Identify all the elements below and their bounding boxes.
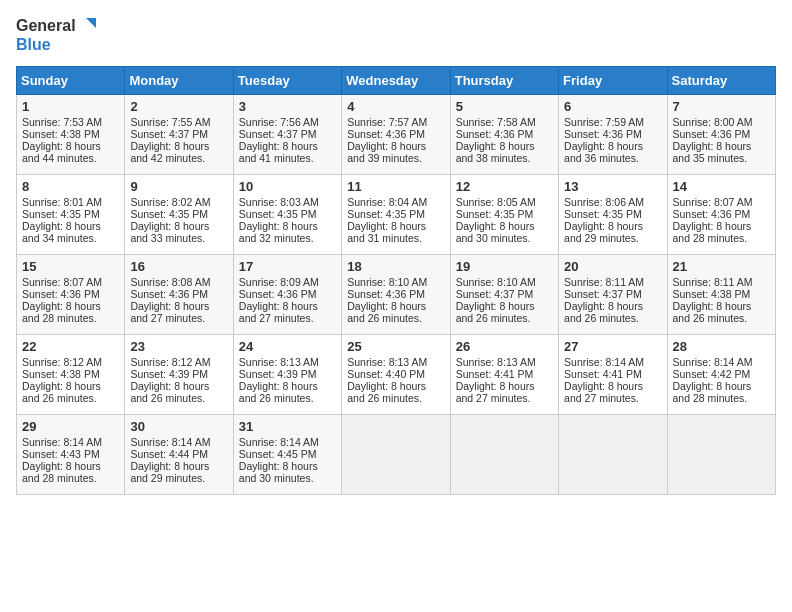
logo: General Blue — [16, 16, 98, 54]
weekday-header: Saturday — [667, 67, 775, 95]
sunset-text: Sunset: 4:36 PM — [456, 128, 534, 140]
sunset-text: Sunset: 4:38 PM — [673, 288, 751, 300]
calendar-day-cell — [450, 415, 558, 495]
calendar-day-cell: 21Sunrise: 8:11 AMSunset: 4:38 PMDayligh… — [667, 255, 775, 335]
calendar-day-cell: 15Sunrise: 8:07 AMSunset: 4:36 PMDayligh… — [17, 255, 125, 335]
calendar-day-cell: 27Sunrise: 8:14 AMSunset: 4:41 PMDayligh… — [559, 335, 667, 415]
daylight-text: Daylight: 8 hours and 26 minutes. — [22, 380, 101, 404]
sunrise-text: Sunrise: 8:04 AM — [347, 196, 427, 208]
daylight-text: Daylight: 8 hours and 27 minutes. — [564, 380, 643, 404]
sunset-text: Sunset: 4:43 PM — [22, 448, 100, 460]
sunrise-text: Sunrise: 8:12 AM — [130, 356, 210, 368]
calendar-day-cell: 4Sunrise: 7:57 AMSunset: 4:36 PMDaylight… — [342, 95, 450, 175]
sunset-text: Sunset: 4:35 PM — [347, 208, 425, 220]
sunrise-text: Sunrise: 8:14 AM — [130, 436, 210, 448]
weekday-header: Thursday — [450, 67, 558, 95]
sunrise-text: Sunrise: 7:58 AM — [456, 116, 536, 128]
sunset-text: Sunset: 4:39 PM — [239, 368, 317, 380]
sunrise-text: Sunrise: 8:01 AM — [22, 196, 102, 208]
sunrise-text: Sunrise: 8:09 AM — [239, 276, 319, 288]
sunset-text: Sunset: 4:35 PM — [456, 208, 534, 220]
daylight-text: Daylight: 8 hours and 30 minutes. — [456, 220, 535, 244]
daylight-text: Daylight: 8 hours and 42 minutes. — [130, 140, 209, 164]
calendar-day-cell: 26Sunrise: 8:13 AMSunset: 4:41 PMDayligh… — [450, 335, 558, 415]
weekday-header: Sunday — [17, 67, 125, 95]
day-number: 14 — [673, 179, 770, 194]
day-number: 15 — [22, 259, 119, 274]
weekday-header: Friday — [559, 67, 667, 95]
sunset-text: Sunset: 4:41 PM — [564, 368, 642, 380]
calendar-day-cell: 2Sunrise: 7:55 AMSunset: 4:37 PMDaylight… — [125, 95, 233, 175]
daylight-text: Daylight: 8 hours and 38 minutes. — [456, 140, 535, 164]
sunset-text: Sunset: 4:35 PM — [130, 208, 208, 220]
calendar-day-cell: 22Sunrise: 8:12 AMSunset: 4:38 PMDayligh… — [17, 335, 125, 415]
sunset-text: Sunset: 4:35 PM — [239, 208, 317, 220]
calendar-day-cell — [342, 415, 450, 495]
sunrise-text: Sunrise: 8:12 AM — [22, 356, 102, 368]
sunrise-text: Sunrise: 7:56 AM — [239, 116, 319, 128]
sunset-text: Sunset: 4:36 PM — [347, 288, 425, 300]
calendar-day-cell: 6Sunrise: 7:59 AMSunset: 4:36 PMDaylight… — [559, 95, 667, 175]
daylight-text: Daylight: 8 hours and 26 minutes. — [347, 300, 426, 324]
sunrise-text: Sunrise: 8:13 AM — [347, 356, 427, 368]
sunset-text: Sunset: 4:41 PM — [456, 368, 534, 380]
daylight-text: Daylight: 8 hours and 29 minutes. — [130, 460, 209, 484]
sunset-text: Sunset: 4:37 PM — [130, 128, 208, 140]
day-number: 10 — [239, 179, 336, 194]
day-number: 7 — [673, 99, 770, 114]
logo-general: General — [16, 17, 76, 35]
calendar-day-cell: 29Sunrise: 8:14 AMSunset: 4:43 PMDayligh… — [17, 415, 125, 495]
sunrise-text: Sunrise: 8:05 AM — [456, 196, 536, 208]
daylight-text: Daylight: 8 hours and 34 minutes. — [22, 220, 101, 244]
calendar-week-row: 15Sunrise: 8:07 AMSunset: 4:36 PMDayligh… — [17, 255, 776, 335]
day-number: 17 — [239, 259, 336, 274]
daylight-text: Daylight: 8 hours and 36 minutes. — [564, 140, 643, 164]
day-number: 8 — [22, 179, 119, 194]
sunset-text: Sunset: 4:36 PM — [673, 128, 751, 140]
daylight-text: Daylight: 8 hours and 26 minutes. — [456, 300, 535, 324]
sunset-text: Sunset: 4:38 PM — [22, 368, 100, 380]
sunrise-text: Sunrise: 8:00 AM — [673, 116, 753, 128]
day-number: 31 — [239, 419, 336, 434]
daylight-text: Daylight: 8 hours and 28 minutes. — [673, 220, 752, 244]
calendar-week-row: 1Sunrise: 7:53 AMSunset: 4:38 PMDaylight… — [17, 95, 776, 175]
calendar-day-cell: 7Sunrise: 8:00 AMSunset: 4:36 PMDaylight… — [667, 95, 775, 175]
calendar-day-cell: 20Sunrise: 8:11 AMSunset: 4:37 PMDayligh… — [559, 255, 667, 335]
sunset-text: Sunset: 4:44 PM — [130, 448, 208, 460]
sunset-text: Sunset: 4:36 PM — [673, 208, 751, 220]
sunset-text: Sunset: 4:36 PM — [564, 128, 642, 140]
sunrise-text: Sunrise: 8:10 AM — [347, 276, 427, 288]
day-number: 6 — [564, 99, 661, 114]
calendar-day-cell: 3Sunrise: 7:56 AMSunset: 4:37 PMDaylight… — [233, 95, 341, 175]
logo-triangle-icon — [78, 16, 98, 36]
calendar-day-cell: 13Sunrise: 8:06 AMSunset: 4:35 PMDayligh… — [559, 175, 667, 255]
calendar-week-row: 8Sunrise: 8:01 AMSunset: 4:35 PMDaylight… — [17, 175, 776, 255]
weekday-header: Tuesday — [233, 67, 341, 95]
daylight-text: Daylight: 8 hours and 26 minutes. — [239, 380, 318, 404]
day-number: 27 — [564, 339, 661, 354]
sunrise-text: Sunrise: 8:03 AM — [239, 196, 319, 208]
day-number: 2 — [130, 99, 227, 114]
day-number: 25 — [347, 339, 444, 354]
sunset-text: Sunset: 4:37 PM — [564, 288, 642, 300]
day-number: 24 — [239, 339, 336, 354]
sunrise-text: Sunrise: 8:06 AM — [564, 196, 644, 208]
calendar-day-cell: 16Sunrise: 8:08 AMSunset: 4:36 PMDayligh… — [125, 255, 233, 335]
weekday-header-row: SundayMondayTuesdayWednesdayThursdayFrid… — [17, 67, 776, 95]
sunrise-text: Sunrise: 7:55 AM — [130, 116, 210, 128]
daylight-text: Daylight: 8 hours and 27 minutes. — [130, 300, 209, 324]
day-number: 4 — [347, 99, 444, 114]
daylight-text: Daylight: 8 hours and 31 minutes. — [347, 220, 426, 244]
weekday-header: Monday — [125, 67, 233, 95]
sunrise-text: Sunrise: 8:14 AM — [239, 436, 319, 448]
calendar-week-row: 29Sunrise: 8:14 AMSunset: 4:43 PMDayligh… — [17, 415, 776, 495]
day-number: 5 — [456, 99, 553, 114]
daylight-text: Daylight: 8 hours and 28 minutes. — [22, 300, 101, 324]
calendar-week-row: 22Sunrise: 8:12 AMSunset: 4:38 PMDayligh… — [17, 335, 776, 415]
daylight-text: Daylight: 8 hours and 26 minutes. — [673, 300, 752, 324]
calendar-day-cell: 9Sunrise: 8:02 AMSunset: 4:35 PMDaylight… — [125, 175, 233, 255]
sunset-text: Sunset: 4:35 PM — [22, 208, 100, 220]
daylight-text: Daylight: 8 hours and 44 minutes. — [22, 140, 101, 164]
calendar-day-cell: 10Sunrise: 8:03 AMSunset: 4:35 PMDayligh… — [233, 175, 341, 255]
sunrise-text: Sunrise: 8:13 AM — [456, 356, 536, 368]
